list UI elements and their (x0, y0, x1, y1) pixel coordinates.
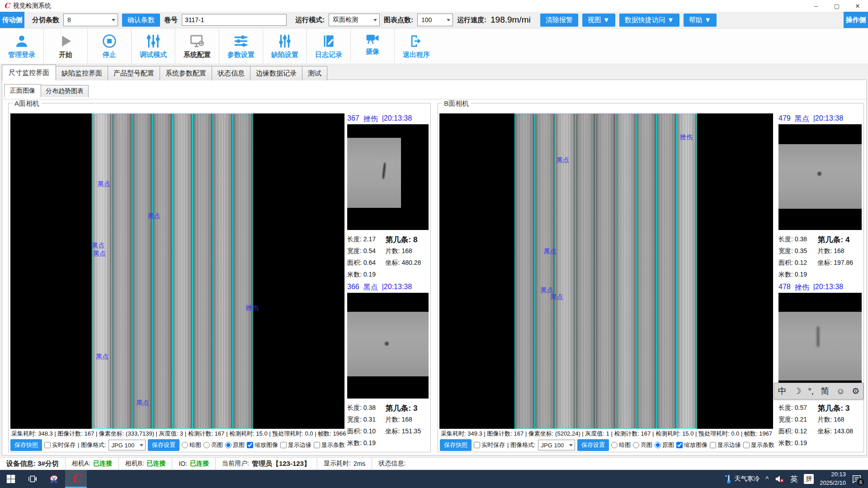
image-format-combobox[interactable]: JPG 100 (108, 440, 146, 450)
defect-label: 黑点 (557, 156, 569, 164)
show-count-checkbox[interactable]: 显示条数 (314, 441, 345, 449)
capture-button[interactable]: 摄像 (350, 25, 394, 61)
notification-center-button[interactable]: 6 (852, 474, 862, 484)
stop-icon (102, 33, 117, 49)
tool-label: 管理登录 (8, 51, 35, 59)
defect-label: 黑点 (544, 248, 557, 256)
gear-icon[interactable]: ⚙ (852, 386, 859, 396)
realtime-save-checkbox[interactable]: 实时保存 (474, 441, 505, 449)
field-strip-no: 第几条: 8 (386, 235, 429, 245)
defect-card[interactable]: 367 挫伤 |20:13:38 长度: 2.17 第几条: 8 宽度: 0.5… (347, 114, 429, 281)
strip (535, 113, 555, 429)
stop-button[interactable]: 停止 (87, 28, 131, 64)
bright-image-radio[interactable]: 亮图 (203, 441, 223, 449)
show-edge-checkbox[interactable]: 显示边缘 (280, 441, 311, 449)
log-record-button[interactable]: 日志记录 (307, 28, 350, 64)
defect-card[interactable]: 478 挫伤 |20:13:38 长度: 0.57 第几条: 3 宽度: 0.2… (778, 283, 862, 449)
defect-card[interactable]: 479 黑点 |20:13:38 长度: 0.38 第几条: 4 宽度: 0.3… (778, 114, 862, 281)
debug-mode-button[interactable]: 调试模式 (131, 28, 175, 64)
snipping-tool-button[interactable] (43, 470, 65, 488)
dark-image-radio[interactable]: 暗图 (611, 441, 631, 449)
parameter-settings-button[interactable]: 参数设置 (219, 28, 263, 64)
system-config-button[interactable]: 系统配置 (175, 28, 219, 64)
defect-card[interactable]: 366 黑点 |20:13:38 长度: 0.38 第几条: 3 宽度: 0.3… (347, 283, 429, 449)
roll-number-input[interactable] (182, 14, 287, 26)
subtab-trend-chart[interactable]: 分布趋势图表 (41, 85, 89, 97)
show-count-checkbox[interactable]: 显示条数 (743, 441, 774, 449)
save-settings-button[interactable]: 保存设置 (577, 439, 609, 451)
sub-tab-strip: 正面图像 分布趋势图表 (4, 85, 88, 97)
original-image-radio[interactable]: 原图 (655, 441, 674, 449)
ime-lang-toggle[interactable]: 中 (778, 385, 787, 397)
close-button[interactable]: ✕ (847, 0, 868, 12)
run-mode-combobox[interactable]: 双面检测 (329, 14, 380, 26)
ime-mode-indicator[interactable]: 拼 (804, 474, 814, 484)
field-length: 长度: 0.57 (778, 404, 817, 412)
volume-muted-button[interactable] (774, 474, 784, 483)
defect-type: 黑点 (795, 114, 809, 124)
zoom-image-checkbox[interactable]: 缩放图像 (247, 441, 278, 449)
minimize-button[interactable]: – (806, 0, 826, 12)
clear-alarm-button[interactable]: 清除报警 (540, 14, 578, 27)
field-strip-no: 第几条: 3 (817, 403, 862, 413)
dot-mark (385, 342, 389, 346)
tab-product-model-config[interactable]: 产品型号配置 (108, 66, 160, 80)
ime-language-indicator[interactable]: 英 (790, 474, 798, 484)
field-area: 面积: 0.64 (347, 259, 386, 267)
admin-login-button[interactable]: 管理登录 (0, 28, 43, 64)
hidden-icons-chevron[interactable]: ^ (766, 475, 769, 483)
maximize-button[interactable]: ▢ (826, 0, 847, 12)
emoji-icon[interactable]: ☺ (836, 386, 845, 396)
drive-side-button[interactable]: 传动侧 (0, 12, 24, 28)
save-snapshot-button[interactable]: 保存快照 (10, 439, 42, 451)
defect-thumbnail (347, 293, 429, 399)
main-tab-strip: 尺寸监控界面 缺陷监控界面 产品型号配置 系统参数配置 状态信息 边缘数据记录 … (2, 66, 327, 80)
strip (172, 113, 193, 429)
image-format-combobox[interactable]: JPG 100 (538, 440, 575, 450)
camera-a-controls: 保存快照 实时保存 | 图像格式: JPG 100 保存设置 暗图 亮图 原图 … (10, 440, 345, 450)
camera-b-panel: B面相机 挫伤 黑点 黑点 黑点 黑点 479 黑点 |20:13:38 (438, 103, 864, 452)
tab-size-monitor[interactable]: 尺寸监控界面 (2, 65, 56, 80)
start-button[interactable]: 开始 (43, 28, 87, 64)
save-settings-button[interactable]: 保存设置 (148, 439, 179, 451)
title-bar: C 视觉检测系统 – ▢ ✕ (0, 0, 868, 12)
tab-test[interactable]: 测试 (302, 66, 327, 80)
help-menu-button[interactable]: 帮助 ▼ (684, 14, 717, 27)
simplified-toggle[interactable]: 简 (821, 385, 829, 397)
defect-sliders-icon (277, 33, 292, 49)
exit-program-button[interactable]: 退出程序 (394, 28, 438, 64)
view-menu-button[interactable]: 视图 ▼ (582, 14, 615, 27)
punctuation-toggle[interactable]: °, (808, 386, 814, 396)
tab-system-param-config[interactable]: 系统参数配置 (160, 66, 212, 80)
slit-count-value: 8 (67, 16, 71, 23)
inspection-app-taskbar-button[interactable]: C (65, 470, 87, 488)
taskbar-clock[interactable]: 20:13 2025/2/10 (820, 470, 846, 488)
defect-label: 挫伤 (680, 133, 693, 141)
defect-settings-button[interactable]: 缺陷设置 (263, 28, 307, 64)
chart-points-combobox[interactable]: 100 (417, 14, 453, 26)
tab-edge-data-record[interactable]: 边缘数据记录 (250, 66, 302, 80)
field-meters: 米数: 0.19 (778, 439, 817, 447)
show-edge-checkbox[interactable]: 显示边缘 (710, 441, 741, 449)
tab-defect-monitor[interactable]: 缺陷监控界面 (56, 66, 108, 80)
operate-side-button[interactable]: 操作侧 (844, 12, 868, 28)
realtime-save-checkbox[interactable]: 实时保存 (44, 441, 75, 449)
moon-icon[interactable]: ☽ (793, 386, 801, 396)
confirm-count-button[interactable]: 确认条数 (122, 14, 160, 27)
tool-label: 开始 (59, 51, 72, 59)
task-view-button[interactable] (22, 470, 43, 488)
save-snapshot-button[interactable]: 保存快照 (440, 439, 472, 451)
zoom-image-checkbox[interactable]: 缩放图像 (676, 441, 708, 449)
subtab-front-image[interactable]: 正面图像 (4, 84, 41, 97)
play-icon (58, 33, 73, 49)
dark-image-radio[interactable]: 暗图 (182, 441, 201, 449)
weather-widget[interactable]: 天气寒冷 (725, 474, 760, 484)
field-strip-no: 第几条: 4 (817, 235, 862, 245)
image-format-value: JPG 100 (541, 442, 564, 449)
bright-image-radio[interactable]: 亮图 (633, 441, 652, 449)
original-image-radio[interactable]: 原图 (225, 441, 245, 449)
tab-status-info[interactable]: 状态信息 (212, 66, 250, 80)
data-quick-access-button[interactable]: 数据快捷访问 ▼ (619, 14, 679, 27)
start-button[interactable] (0, 470, 22, 488)
slit-count-combobox[interactable]: 8 (63, 14, 118, 26)
